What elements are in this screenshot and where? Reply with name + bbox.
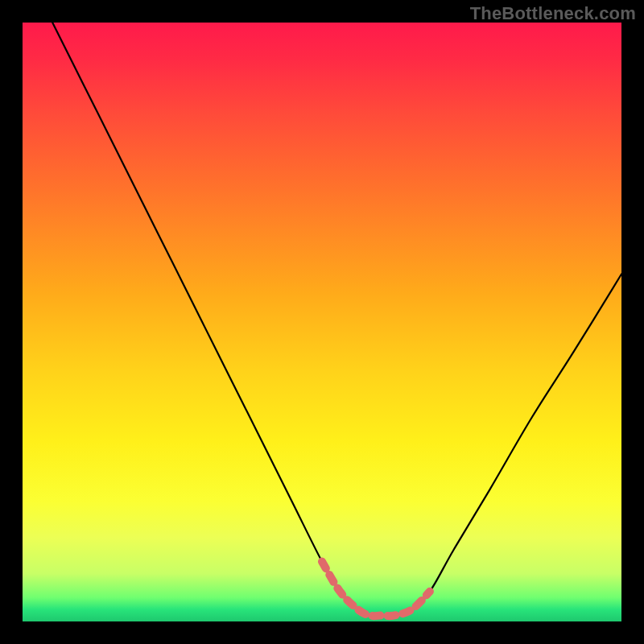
- bottleneck-curve: [52, 23, 621, 616]
- optimal-range-highlight: [322, 562, 430, 617]
- chart-svg: [23, 23, 621, 621]
- chart-frame: TheBottleneck.com: [0, 0, 644, 644]
- watermark-text: TheBottleneck.com: [470, 3, 636, 24]
- plot-area: [23, 23, 621, 621]
